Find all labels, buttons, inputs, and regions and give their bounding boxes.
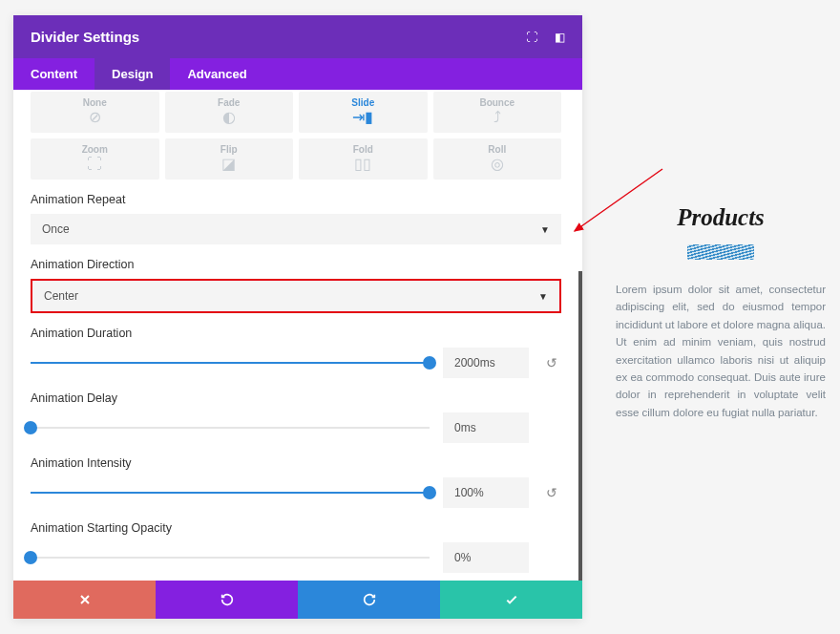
anim-label: Fold [299, 144, 428, 155]
slider-value-input[interactable]: 0ms [443, 412, 529, 443]
field-label: Animation Starting Opacity [31, 521, 561, 535]
anim-label: Fade [165, 97, 294, 108]
reset-icon[interactable]: ↺ [542, 485, 561, 500]
panel-header: Divider Settings ⛶ ◧ [13, 15, 582, 58]
close-icon [77, 592, 93, 607]
preview-title: Products [616, 204, 826, 231]
field-animation-opacity: Animation Starting Opacity 0% ↺ [31, 521, 561, 573]
slider-handle[interactable] [423, 356, 436, 370]
preview-pane: Products Lorem ipsum dolor sit amet, con… [616, 204, 826, 421]
undo-button[interactable] [156, 581, 298, 619]
anim-style-fold[interactable]: Fold ▯▯ [299, 138, 428, 180]
slider-intensity[interactable] [31, 492, 430, 494]
roll-icon: ◎ [433, 157, 562, 172]
cancel-button[interactable] [13, 581, 156, 619]
save-button[interactable] [440, 581, 582, 619]
tab-content[interactable]: Content [13, 58, 94, 90]
tab-advanced[interactable]: Advanced [170, 58, 263, 90]
ban-icon: ⊘ [31, 110, 159, 125]
anim-style-zoom[interactable]: Zoom ⛶ [31, 138, 159, 180]
fade-icon: ◐ [165, 110, 294, 125]
anim-label: Flip [165, 144, 294, 155]
panel-footer [13, 581, 582, 619]
redo-button[interactable] [298, 581, 440, 619]
chevron-down-icon: ▼ [540, 224, 550, 235]
preview-text: Lorem ipsum dolor sit amet, consectetur … [616, 281, 826, 421]
tab-design[interactable]: Design [94, 58, 170, 90]
expand-icon[interactable]: ⛶ [526, 31, 537, 44]
slider-handle[interactable] [24, 421, 37, 434]
field-animation-direction: Animation Direction Center ▼ [31, 258, 561, 313]
slider-value-input[interactable]: 2000ms [443, 348, 529, 378]
undo-icon [220, 592, 235, 607]
field-label: Animation Intensity [31, 456, 561, 470]
slider-delay[interactable] [31, 427, 430, 429]
panel-body: None ⊘ Fade ◐ Slide ⇥▮ Bounce ⤴ Zoom ⛶ F… [13, 90, 582, 581]
fold-icon: ▯▯ [299, 157, 428, 172]
anim-style-roll[interactable]: Roll ◎ [433, 138, 562, 180]
slider-handle[interactable] [423, 486, 436, 499]
snap-icon[interactable]: ◧ [555, 31, 565, 44]
settings-panel: Divider Settings ⛶ ◧ Content Design Adva… [13, 15, 582, 619]
anim-style-none[interactable]: None ⊘ [31, 92, 159, 133]
anim-style-flip[interactable]: Flip ◪ [165, 138, 294, 180]
anim-label: None [31, 97, 159, 108]
flip-icon: ◪ [165, 157, 294, 172]
slider-duration[interactable] [31, 362, 430, 364]
tabs: Content Design Advanced [13, 58, 582, 90]
select-animation-repeat[interactable]: Once ▼ [31, 214, 561, 244]
anim-style-bounce[interactable]: Bounce ⤴ [433, 92, 562, 133]
field-label: Animation Direction [31, 258, 561, 271]
animation-style-grid: None ⊘ Fade ◐ Slide ⇥▮ Bounce ⤴ Zoom ⛶ F… [31, 92, 561, 180]
panel-title: Divider Settings [31, 29, 139, 45]
zoom-icon: ⛶ [31, 157, 159, 172]
chevron-down-icon: ▼ [538, 291, 548, 302]
preview-divider [687, 244, 754, 260]
panel-header-actions: ⛶ ◧ [526, 31, 565, 44]
anim-label: Bounce [433, 97, 562, 108]
anim-label: Zoom [31, 144, 159, 155]
field-animation-duration: Animation Duration 2000ms ↺ [31, 327, 561, 378]
select-value: Center [44, 289, 78, 303]
anim-label: Roll [433, 144, 562, 155]
reset-icon[interactable]: ↺ [542, 355, 561, 370]
check-icon [504, 592, 519, 607]
slide-icon: ⇥▮ [299, 110, 428, 125]
anim-style-slide[interactable]: Slide ⇥▮ [299, 92, 428, 133]
field-animation-repeat: Animation Repeat Once ▼ [31, 193, 561, 244]
field-animation-intensity: Animation Intensity 100% ↺ [31, 456, 561, 508]
slider-handle[interactable] [24, 551, 37, 564]
slider-opacity[interactable] [31, 557, 430, 559]
slider-value-input[interactable]: 0% [443, 542, 529, 573]
anim-label: Slide [299, 97, 428, 108]
field-label: Animation Delay [31, 391, 561, 405]
field-label: Animation Repeat [31, 193, 561, 206]
field-label: Animation Duration [31, 327, 561, 340]
field-animation-delay: Animation Delay 0ms ↺ [31, 391, 561, 443]
select-animation-direction[interactable]: Center ▼ [31, 279, 561, 313]
select-value: Once [42, 222, 70, 236]
slider-value-input[interactable]: 100% [443, 477, 529, 508]
anim-style-fade[interactable]: Fade ◐ [165, 92, 294, 133]
redo-icon [362, 592, 377, 607]
bounce-icon: ⤴ [433, 110, 562, 125]
